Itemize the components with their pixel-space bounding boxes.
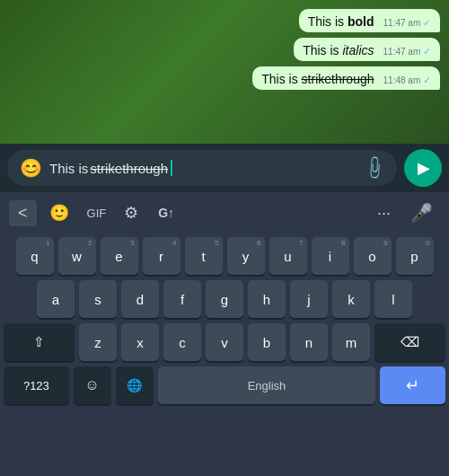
- key-m[interactable]: m: [332, 323, 370, 361]
- message-time-3: 11:48 am ✓: [383, 75, 431, 86]
- key-l[interactable]: l: [374, 280, 412, 318]
- translate-button[interactable]: G↑: [151, 202, 181, 224]
- keyboard-main: q1 w2 e3 r4 t5 y6 u7 i8 o9 p0 a s d f g …: [0, 234, 449, 476]
- message-time-1: 11:47 am ✓: [383, 17, 431, 29]
- key-z[interactable]: z: [79, 323, 117, 361]
- key-v[interactable]: v: [206, 323, 243, 361]
- key-u[interactable]: u7: [269, 237, 307, 275]
- text-cursor: [171, 160, 172, 176]
- key-row-bottom: ?123 ☺ 🌐 English ↵: [4, 366, 445, 408]
- key-j[interactable]: j: [290, 280, 328, 318]
- keyboard-toolbar: < 🙂 GIF ⚙ G↑ ··· 🎤: [0, 192, 449, 234]
- checkmark-3: ✓: [423, 75, 431, 85]
- mic-icon: 🎤: [410, 202, 433, 224]
- msg3-plain: This is: [261, 72, 301, 86]
- key-f[interactable]: f: [163, 280, 201, 318]
- key-row-2: a s d f g h j k l: [4, 280, 445, 318]
- message-bubble-1: This is bold 11:47 am ✓: [299, 9, 440, 32]
- translate-icon: G↑: [158, 206, 174, 220]
- emoji-icon[interactable]: 😊: [20, 157, 42, 179]
- message-text-2: This is italics: [303, 43, 374, 57]
- key-x[interactable]: x: [121, 323, 159, 361]
- key-row-1: q1 w2 e3 r4 t5 y6 u7 i8 o9 p0: [4, 237, 445, 275]
- key-n[interactable]: n: [290, 323, 328, 361]
- send-button[interactable]: ▶: [404, 149, 442, 187]
- key-k[interactable]: k: [332, 280, 370, 318]
- sticker-icon: 🙂: [49, 203, 69, 223]
- key-r[interactable]: r4: [143, 237, 180, 275]
- message-bubble-3: This is strikethrough 11:48 am ✓: [252, 66, 440, 90]
- key-t[interactable]: t5: [185, 237, 223, 275]
- checkmark-2: ✓: [423, 46, 431, 57]
- shift-key[interactable]: ⇧: [4, 323, 75, 361]
- numbers-key[interactable]: ?123: [4, 366, 69, 404]
- msg3-strike: strikethrough: [302, 72, 374, 86]
- msg1-plain: This is: [308, 14, 348, 29]
- key-y[interactable]: y6: [227, 237, 265, 275]
- input-plain-text: This is: [49, 161, 88, 176]
- send-arrow-icon: ▶: [418, 158, 430, 178]
- message-text-1: This is bold: [308, 14, 374, 29]
- gif-button[interactable]: GIF: [82, 203, 112, 224]
- msg1-bold: bold: [348, 14, 374, 29]
- key-q[interactable]: q1: [16, 237, 54, 275]
- message-time-2: 11:47 am ✓: [383, 46, 431, 57]
- gear-icon: ⚙: [124, 203, 138, 223]
- key-c[interactable]: c: [163, 323, 201, 361]
- message-text-3: This is strikethrough: [261, 72, 374, 86]
- key-p[interactable]: p0: [396, 237, 434, 275]
- mic-button[interactable]: 🎤: [403, 198, 440, 227]
- settings-button[interactable]: ⚙: [117, 199, 145, 226]
- checkmark-1: ✓: [423, 17, 431, 28]
- gif-label: GIF: [87, 207, 107, 220]
- key-g[interactable]: g: [206, 280, 243, 318]
- input-box[interactable]: 😊 This is strikethrough 📎: [7, 150, 397, 186]
- globe-key[interactable]: 🌐: [116, 366, 154, 404]
- more-button[interactable]: ···: [370, 200, 398, 226]
- input-strike-text: strikethrough: [90, 161, 168, 176]
- attach-icon[interactable]: 📎: [360, 154, 388, 181]
- space-key[interactable]: English: [158, 366, 376, 404]
- key-o[interactable]: o9: [354, 237, 392, 275]
- key-b[interactable]: b: [248, 323, 286, 361]
- more-icon: ···: [377, 204, 391, 223]
- key-i[interactable]: i8: [312, 237, 349, 275]
- key-row-3: ⇧ z x c v b n m ⌫: [4, 323, 445, 361]
- key-s[interactable]: s: [79, 280, 117, 318]
- message-bubble-2: This is italics 11:47 am ✓: [294, 38, 440, 61]
- delete-key[interactable]: ⌫: [374, 323, 445, 361]
- key-h[interactable]: h: [248, 280, 286, 318]
- emoji-key[interactable]: ☺: [74, 366, 111, 404]
- key-d[interactable]: d: [121, 280, 159, 318]
- enter-key[interactable]: ↵: [380, 366, 445, 404]
- chat-area: This is bold 11:47 am ✓ This is italics …: [0, 0, 449, 144]
- msg2-plain: This is: [303, 43, 342, 57]
- sticker-button[interactable]: 🙂: [42, 199, 76, 226]
- key-w[interactable]: w2: [58, 237, 96, 275]
- back-button[interactable]: <: [9, 200, 37, 226]
- input-area: 😊 This is strikethrough 📎 ▶: [0, 144, 449, 192]
- key-a[interactable]: a: [37, 280, 75, 318]
- input-text[interactable]: This is strikethrough: [49, 160, 357, 176]
- msg2-italic: italics: [343, 43, 374, 57]
- key-e[interactable]: e3: [101, 237, 138, 275]
- back-icon: <: [18, 204, 28, 223]
